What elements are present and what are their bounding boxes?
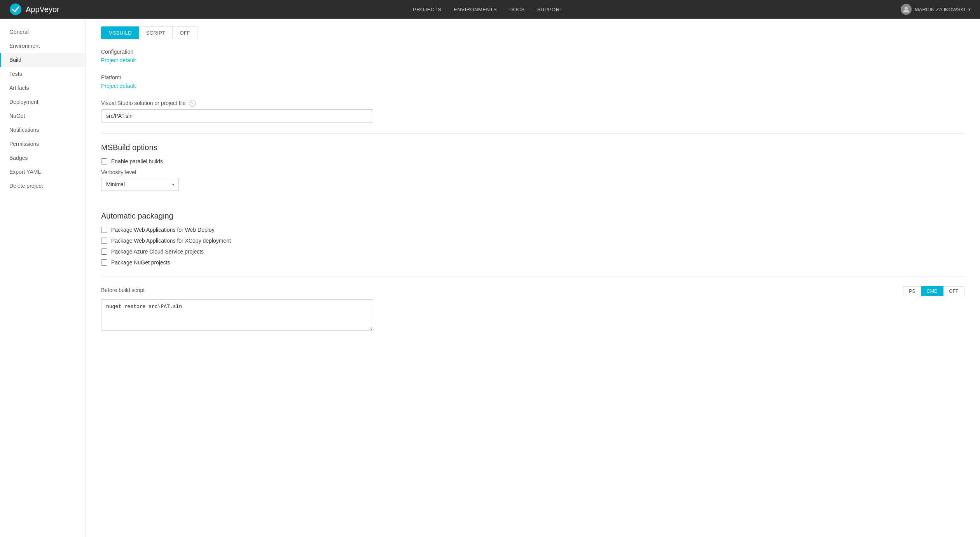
logo-text: AppVeyor: [26, 5, 59, 14]
before-build-tab-ps[interactable]: PS: [903, 286, 921, 296]
pkg-nuget-row: Package NuGet projects: [101, 259, 964, 266]
vs-solution-input[interactable]: [101, 109, 373, 122]
parallel-builds-label[interactable]: Enable parallel builds: [111, 158, 163, 164]
pkg-web-deploy-label[interactable]: Package Web Applications for Web Deploy: [111, 227, 215, 233]
sidebar-item-artifacts[interactable]: Artifacts: [0, 81, 85, 95]
pkg-web-deploy-checkbox[interactable]: [101, 227, 107, 233]
nav-projects[interactable]: PROJECTS: [413, 7, 441, 12]
before-build-tab-cmd[interactable]: CMD: [921, 286, 943, 296]
vs-solution-help-icon[interactable]: ?: [189, 100, 196, 107]
sidebar-item-nuget[interactable]: NuGet: [0, 109, 85, 123]
logo[interactable]: AppVeyor: [9, 3, 59, 16]
pkg-azure-label[interactable]: Package Azure Cloud Service projects: [111, 248, 204, 255]
before-build-label: Before build script: [101, 287, 145, 293]
sidebar-item-permissions[interactable]: Permissions: [0, 137, 85, 151]
header: AppVeyor PROJECTS ENVIRONMENTS DOCS SUPP…: [0, 0, 980, 19]
platform-label: Platform: [101, 74, 964, 80]
before-build-header: Before build script PS CMD OFF: [101, 286, 964, 296]
nav-support[interactable]: SUPPORT: [537, 7, 563, 12]
configuration-section: Configuration Project default: [101, 49, 964, 63]
build-mode-tabs: MSBUILD SCRIPT OFF: [101, 26, 964, 39]
verbosity-label: Verbosity level: [101, 169, 964, 175]
pkg-xcopy-label[interactable]: Package Web Applications for XCopy deplo…: [111, 238, 231, 244]
appveyor-logo-icon: [9, 3, 22, 16]
vs-solution-label: Visual Studio solution or project file ?: [101, 100, 964, 107]
layout: General Environment Build Tests Artifact…: [0, 19, 980, 537]
nav-docs[interactable]: DOCS: [509, 7, 525, 12]
pkg-xcopy-row: Package Web Applications for XCopy deplo…: [101, 238, 964, 244]
configuration-value[interactable]: Project default: [101, 57, 136, 63]
sidebar-item-build[interactable]: Build: [0, 53, 85, 67]
svg-point-0: [10, 3, 21, 15]
verbosity-select[interactable]: Minimal Normal Detailed Diagnostic Quiet: [101, 178, 179, 191]
before-build-section: Before build script PS CMD OFF nuget res…: [101, 286, 964, 332]
msbuild-options-title: MSBuild options: [101, 143, 964, 152]
platform-section: Platform Project default: [101, 74, 964, 89]
nav-environments[interactable]: ENVIRONMENTS: [454, 7, 497, 12]
divider-2: [101, 202, 964, 202]
sidebar-item-deployment[interactable]: Deployment: [0, 95, 85, 109]
tab-off[interactable]: OFF: [173, 26, 197, 39]
tab-script[interactable]: SCRIPT: [139, 26, 173, 39]
parallel-builds-row: Enable parallel builds: [101, 158, 964, 164]
before-build-script-input[interactable]: nuget restore src\PAT.sln: [101, 299, 373, 331]
avatar: [901, 4, 912, 15]
tab-msbuild[interactable]: MSBUILD: [101, 26, 139, 39]
vs-solution-section: Visual Studio solution or project file ?: [101, 100, 964, 122]
sidebar: General Environment Build Tests Artifact…: [0, 19, 86, 537]
sidebar-item-general[interactable]: General: [0, 25, 85, 39]
sidebar-item-delete-project[interactable]: Delete project: [0, 179, 85, 193]
before-build-tabs: PS CMD OFF: [903, 286, 964, 296]
auto-packaging-title: Automatic packaging: [101, 212, 964, 220]
pkg-azure-checkbox[interactable]: [101, 248, 107, 255]
main-nav: PROJECTS ENVIRONMENTS DOCS SUPPORT: [75, 7, 901, 12]
auto-packaging-section: Automatic packaging Package Web Applicat…: [101, 212, 964, 266]
svg-point-1: [905, 7, 908, 10]
parallel-builds-checkbox[interactable]: [101, 158, 107, 164]
pkg-azure-row: Package Azure Cloud Service projects: [101, 248, 964, 255]
verbosity-select-wrap: Minimal Normal Detailed Diagnostic Quiet…: [101, 178, 179, 191]
pkg-nuget-checkbox[interactable]: [101, 259, 107, 266]
msbuild-options-section: MSBuild options Enable parallel builds V…: [101, 143, 964, 191]
sidebar-item-export-yaml[interactable]: Export YAML: [0, 165, 85, 179]
pkg-xcopy-checkbox[interactable]: [101, 238, 107, 244]
sidebar-item-environment[interactable]: Environment: [0, 39, 85, 53]
user-dropdown-icon[interactable]: ▾: [968, 7, 971, 12]
sidebar-item-notifications[interactable]: Notifications: [0, 123, 85, 137]
divider-3: [101, 276, 964, 277]
sidebar-item-tests[interactable]: Tests: [0, 67, 85, 81]
before-build-tab-off[interactable]: OFF: [943, 286, 964, 296]
user-name: MARCIN ZAJKOWSKI: [915, 7, 965, 12]
sidebar-item-badges[interactable]: Badges: [0, 151, 85, 165]
configuration-label: Configuration: [101, 49, 964, 55]
platform-value[interactable]: Project default: [101, 83, 136, 89]
user-menu[interactable]: MARCIN ZAJKOWSKI ▾: [901, 4, 971, 15]
pkg-nuget-label[interactable]: Package NuGet projects: [111, 259, 170, 266]
pkg-web-deploy-row: Package Web Applications for Web Deploy: [101, 227, 964, 233]
main-content: MSBUILD SCRIPT OFF Configuration Project…: [86, 19, 980, 537]
divider-1: [101, 133, 964, 134]
